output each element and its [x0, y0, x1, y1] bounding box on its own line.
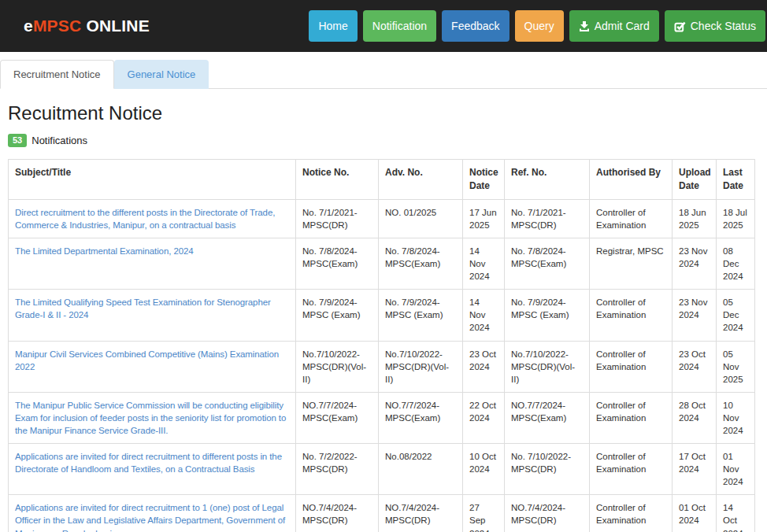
upload-date-cell: 23 Nov 2024: [673, 238, 717, 289]
logo: eMPSC ONLINE: [24, 17, 150, 35]
table-row: Direct recruitment to the different post…: [9, 199, 755, 238]
table-row: The Limited Departmental Examination, 20…: [9, 238, 755, 289]
upload-date-cell: 23 Nov 2024: [673, 290, 717, 341]
upload-date-cell: 17 Oct 2024: [673, 444, 717, 495]
download-icon: [579, 20, 590, 31]
authorised-by-cell: Controller of Examination: [590, 444, 673, 495]
logo-brand: MPSC: [33, 17, 81, 35]
notice-date-cell: 17 Jun 2025: [463, 199, 505, 238]
notice-date-cell: 27 Sep 2024: [463, 495, 505, 532]
notice-date-cell: 14 Nov 2024: [463, 290, 505, 341]
notice-link[interactable]: Applications are invited for direct recr…: [15, 503, 285, 532]
adv-no-cell: No.08/2022: [379, 444, 463, 495]
adv-no-cell: No.7/10/2022-MPSC(DR)(Vol-II): [379, 341, 463, 392]
subject-cell: Applications are invited for direct recr…: [9, 444, 296, 495]
nav-button-label: Feedback: [451, 20, 499, 32]
nav-button-label: Check Status: [691, 20, 756, 32]
upload-date-cell: 28 Oct 2024: [673, 392, 717, 443]
notice-no-cell: No.7/10/2022-MPSC(DR)(Vol-II): [296, 341, 379, 392]
ref-no-cell: No.7/10/2022-MPSC(DR)(Vol-II): [505, 341, 590, 392]
table-header-row: Subject/TitleNotice No.Adv. No.Notice Da…: [9, 160, 755, 200]
notice-no-cell: No. 7/8/2024-MPSC(Exam): [296, 238, 379, 289]
ref-no-cell: NO.7/4/2024-MPSC(DR): [505, 495, 590, 532]
table-row: The Manipur Public Service Commission wi…: [9, 392, 755, 443]
nav-admit-card-button[interactable]: Admit Card: [569, 10, 659, 42]
authorised-by-cell: Controller of Examination: [590, 341, 673, 392]
last-date-cell: 08 Dec 2024: [717, 238, 755, 289]
nav-button-label: Admit Card: [595, 20, 650, 32]
adv-no-cell: NO.7/4/2024-MPSC(DR): [379, 495, 463, 532]
notifications-count-row: 53 Notifications: [8, 134, 759, 147]
last-date-cell: 18 Jul 2025: [717, 199, 755, 238]
upload-date-cell: 23 Oct 2024: [673, 341, 717, 392]
column-header: Notice Date: [463, 160, 505, 200]
last-date-cell: 14 Oct 2024: [717, 495, 755, 532]
notice-no-cell: NO.7/7/2024-MPSC(Exam): [296, 392, 379, 443]
column-header: Last Date: [717, 160, 755, 200]
notice-date-cell: 22 Oct 2024: [463, 392, 505, 443]
nav-query-button[interactable]: Query: [515, 10, 564, 42]
authorised-by-cell: Registrar, MPSC: [590, 238, 673, 289]
nav-button-label: Notification: [372, 20, 427, 32]
table-row: Applications are invited for direct recr…: [9, 495, 755, 532]
subject-cell: The Limited Departmental Examination, 20…: [9, 238, 296, 289]
ref-no-cell: No. 7/1/2021-MPSC(DR): [505, 199, 590, 238]
notice-link[interactable]: Manipur Civil Services Combined Competit…: [15, 349, 279, 371]
last-date-cell: 05 Dec 2024: [717, 290, 755, 341]
nav-feedback-button[interactable]: Feedback: [442, 10, 509, 42]
upload-date-cell: 18 Jun 2025: [673, 199, 717, 238]
column-header: Upload Date: [673, 160, 717, 200]
last-date-cell: 10 Nov 2024: [717, 392, 755, 443]
table-row: Applications are invited for direct recr…: [9, 444, 755, 495]
page-title: Recuitment Notice: [8, 102, 759, 124]
check-icon: [674, 20, 686, 32]
notice-no-cell: No. 7/1/2021-MPSC(DR): [296, 199, 379, 238]
count-badge-label: Notifications: [31, 135, 87, 146]
nav-home-button[interactable]: Home: [309, 10, 357, 42]
column-header: Adv. No.: [379, 160, 463, 200]
notice-no-cell: No. 7/9/2024-MPSC (Exam): [296, 290, 379, 341]
subject-cell: The Manipur Public Service Commission wi…: [9, 392, 296, 443]
notice-date-cell: 23 Oct 2024: [463, 341, 505, 392]
nav-check-status-button[interactable]: Check Status: [665, 10, 765, 42]
notice-link[interactable]: Applications are invited for direct recr…: [15, 452, 282, 474]
tab-general-notice[interactable]: General Notice: [114, 60, 209, 89]
notice-link[interactable]: The Limited Departmental Examination, 20…: [15, 246, 194, 256]
notices-table: Subject/TitleNotice No.Adv. No.Notice Da…: [8, 159, 755, 532]
table-row: The Limited Qualifying Speed Test Examin…: [9, 290, 755, 341]
nav-button-label: Query: [524, 20, 554, 32]
nav-notification-button[interactable]: Notification: [363, 10, 436, 42]
logo-prefix: e: [24, 17, 33, 35]
notice-link[interactable]: Direct recruitment to the different post…: [15, 208, 275, 230]
column-header: Subject/Title: [9, 160, 296, 200]
notice-link[interactable]: The Manipur Public Service Commission wi…: [15, 401, 286, 435]
adv-no-cell: NO. 01/2025: [379, 199, 463, 238]
notice-date-cell: 14 Nov 2024: [463, 238, 505, 289]
nav-button-label: Home: [318, 20, 347, 32]
adv-no-cell: No. 7/9/2024-MPSC (Exam): [379, 290, 463, 341]
ref-no-cell: NO.7/7/2024-MPSC(Exam): [505, 392, 590, 443]
last-date-cell: 05 Nov 2025: [717, 341, 755, 392]
ref-no-cell: No. 7/8/2024-MPSC(Exam): [505, 238, 590, 289]
adv-no-cell: NO.7/7/2024-MPSC(Exam): [379, 392, 463, 443]
notice-no-cell: NO.7/4/2024-MPSC(DR): [296, 495, 379, 532]
logo-suffix: ONLINE: [81, 17, 150, 35]
table-row: Manipur Civil Services Combined Competit…: [9, 341, 755, 392]
ref-no-cell: No. 7/10/2022-MPSC(DR): [505, 444, 590, 495]
page: eMPSC ONLINE HomeNotificationFeedbackQue…: [0, 0, 767, 532]
tab-recruitment-notice[interactable]: Recruitment Notice: [0, 60, 114, 89]
notice-link[interactable]: The Limited Qualifying Speed Test Examin…: [15, 297, 271, 320]
ref-no-cell: No. 7/9/2024-MPSC (Exam): [505, 290, 590, 341]
count-badge: 53: [8, 134, 27, 147]
authorised-by-cell: Controller of Examination: [590, 495, 673, 532]
column-header: Ref. No.: [505, 160, 590, 200]
tab-bar: Recruitment Notice General Notice: [0, 60, 767, 89]
column-header: Notice No.: [296, 160, 379, 200]
column-header: Authorised By: [590, 160, 673, 200]
nav-buttons: HomeNotificationFeedbackQueryAdmit CardC…: [309, 10, 765, 42]
notice-no-cell: No. 7/2/2022-MPSC(DR): [296, 444, 379, 495]
subject-cell: Manipur Civil Services Combined Competit…: [9, 341, 296, 392]
last-date-cell: 01 Nov 2024: [717, 444, 755, 495]
authorised-by-cell: Controller of Examination: [590, 290, 673, 341]
subject-cell: Direct recruitment to the different post…: [9, 199, 296, 238]
